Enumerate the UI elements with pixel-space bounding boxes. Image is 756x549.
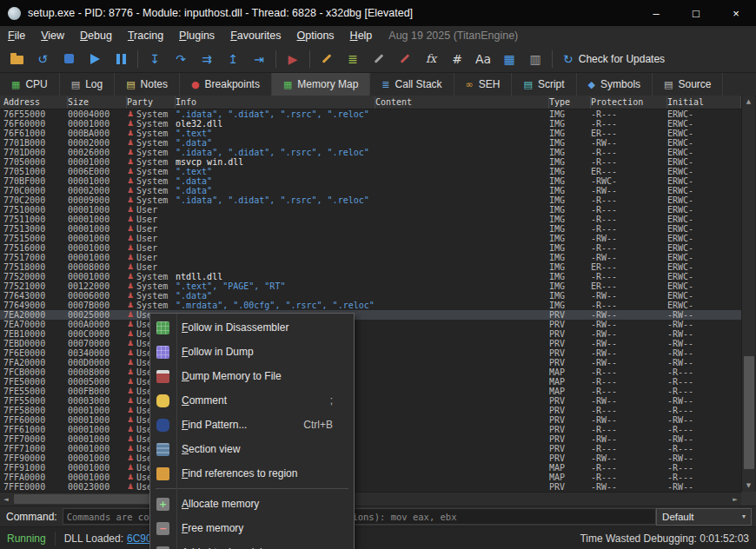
preferences-button[interactable]: ≣ (340, 48, 366, 70)
memory-row-7FF61000[interactable]: 7FF6100000001000♟UserPRV-R----R--- (0, 425, 741, 434)
execute-till-return-button[interactable]: ⇉ (194, 48, 220, 70)
context-item-section-view[interactable]: Section view (150, 437, 354, 461)
memory-row-7FF60000[interactable]: 7FF6000000001000♟UserPRV-RW---RW-- (0, 415, 741, 425)
stop-button[interactable] (56, 48, 82, 70)
tab-notes[interactable]: ▤Notes (115, 73, 180, 96)
appearance-button[interactable]: Aa (470, 48, 496, 70)
menu-tracing[interactable]: Tracing (120, 27, 171, 44)
patch-button[interactable] (366, 48, 392, 70)
scroll-up-arrow-icon[interactable]: ▲ (742, 96, 755, 108)
tab-symbols[interactable]: ◆Symbols (577, 73, 653, 96)
vertical-scrollbar[interactable]: ▲ ▼ (741, 96, 755, 492)
calculator-button[interactable]: ▦ (496, 48, 522, 70)
tab-call-stack[interactable]: ≣Call Stack (370, 73, 454, 96)
step-over-button[interactable]: ↷ (168, 48, 194, 70)
column-header-info[interactable]: Info (176, 96, 375, 109)
assemble-button[interactable] (314, 48, 340, 70)
memory-row-76F60000[interactable]: 76F6000000001000♟Systemole32.dllIMG-R---… (0, 119, 741, 129)
menu-options[interactable]: Options (289, 27, 342, 44)
open-file-button[interactable] (3, 48, 30, 70)
memory-row-7FF90000[interactable]: 7FF9000000001000♟UserPRV-RW---RW-- (0, 453, 741, 463)
run-to-user-code-button[interactable]: ⇥ (246, 48, 272, 70)
minimize-button[interactable]: – (636, 0, 676, 26)
menu-favourites[interactable]: Favourites (222, 27, 288, 44)
profile-dropdown[interactable]: Default ▾ (656, 508, 752, 526)
memory-row-76F55000[interactable]: 76F5500000004000♟System".idata", ".didat… (0, 109, 741, 119)
memory-row-7EB10000[interactable]: 7EB10000000C0000♟UserPRV-RW---RW-- (0, 329, 741, 339)
memory-row-7FF70000[interactable]: 7FF7000000001000♟UserPRV-RW---RW-- (0, 434, 741, 444)
context-item-allocate-memory[interactable]: +Allocate memory (150, 492, 354, 516)
memory-row-7FCB0000[interactable]: 7FCB000000008000♟UserMAP-R----R--- (0, 367, 741, 377)
memory-row-7FF55000[interactable]: 7FF5500000003000♟UserPRV-RW---RW-- (0, 396, 741, 406)
memory-row-7FF91000[interactable]: 7FF9100000001000♟UserMAP-R----R--- (0, 463, 741, 473)
memory-row-77517000[interactable]: 7751700000001000♟UserIMG-RW--ERWC- (0, 253, 741, 262)
memory-row-7FA20000[interactable]: 7FA20000000D0000♟UserPRV-RW---RW-- (0, 358, 741, 367)
menu-debug[interactable]: Debug (72, 27, 120, 44)
edit-comment-button[interactable] (392, 48, 418, 70)
context-item-dump-memory-to-file[interactable]: Dump Memory to File (150, 364, 354, 388)
memory-row-7FFA0000[interactable]: 7FFA000000001000♟UserMAP-R----R--- (0, 473, 741, 482)
memory-row-77516000[interactable]: 7751600000001000♟UserIMG-R---ERWC- (0, 243, 741, 253)
memory-row-7EA70000[interactable]: 7EA70000000A0000♟UserPRV-RW---RW-- (0, 320, 741, 329)
tab-breakpoints[interactable]: ●Breakpoints (180, 73, 272, 96)
scroll-down-arrow-icon[interactable]: ▼ (742, 480, 755, 492)
menu-view[interactable]: View (33, 27, 72, 44)
tab-cpu[interactable]: ▦CPU (0, 73, 60, 96)
tab-source[interactable]: ▤Source (653, 73, 723, 96)
memory-row-7FF58000[interactable]: 7FF5800000001000♟UserPRV-R----R--- (0, 406, 741, 415)
memory-row-770C2000[interactable]: 770C200000009000♟System".idata", ".didat… (0, 195, 741, 205)
restart-button[interactable]: ↺ (30, 48, 56, 70)
memory-row-77643000[interactable]: 7764300000006000♟System".data"IMG-RW--ER… (0, 291, 741, 301)
context-item-free-memory[interactable]: −Free memory (150, 516, 354, 540)
memory-row-77520000[interactable]: 7752000000001000♟Systemntdll.dllIMG-R---… (0, 272, 741, 281)
memory-module-button[interactable]: ▥ (522, 48, 548, 70)
animate-into-button[interactable]: ▶ (280, 48, 306, 70)
memory-row-7EA20000[interactable]: 7EA2000000025000♟UserPRV-RW---RW-- (0, 310, 741, 320)
memory-row-7701B000[interactable]: 7701B00000002000♟System".data"IMG-RW--ER… (0, 138, 741, 148)
memory-row-7FFE0000[interactable]: 7FFE000000023000♟UserPRV-RW---RW-- (0, 482, 741, 492)
vertical-scroll-thumb[interactable] (744, 356, 754, 469)
menu-help[interactable]: Help (342, 27, 381, 44)
memory-row-77649000[interactable]: 776490000007B000♟System".mrdata", ".00cf… (0, 301, 741, 310)
memory-row-770C0000[interactable]: 770C000000002000♟System".data"IMG-RW--ER… (0, 186, 741, 195)
memory-row-7701D000[interactable]: 7701D00000026000♟System".idata", ".didat… (0, 148, 741, 157)
tab-log[interactable]: ▤Log (60, 73, 115, 96)
context-item-find-pattern[interactable]: Find Pattern...Ctrl+B (150, 413, 354, 437)
memory-row-77518000[interactable]: 7751800000008000♟UserIMGER---ERWC- (0, 262, 741, 272)
memory-row-7EBD0000[interactable]: 7EBD000000070000♟UserPRV-RW---RW-- (0, 339, 741, 348)
memory-row-77513000[interactable]: 7751300000001000♟UserIMG-R---ERWC- (0, 224, 741, 234)
column-header-content[interactable]: Content (375, 96, 549, 109)
script-hash-button[interactable]: # (444, 48, 470, 70)
column-header-protection[interactable]: Protection (591, 96, 667, 109)
tab-memory-map[interactable]: ▦Memory Map (272, 73, 370, 96)
check-updates-button[interactable]: ↻ Check for Updates (556, 53, 672, 65)
column-header-party[interactable]: Party (127, 96, 176, 109)
scroll-left-arrow-icon[interactable]: ◄ (0, 493, 12, 506)
column-header-address[interactable]: Address (3, 96, 68, 109)
memory-row-7F6E0000[interactable]: 7F6E000000340000♟UserPRV-RW---RW-- (0, 348, 741, 358)
horizontal-scrollbar[interactable]: ◄ ► (0, 492, 741, 506)
memory-row-7FE55000[interactable]: 7FE55000000FB000♟UserMAP-R----R--- (0, 387, 741, 396)
maximize-button[interactable]: □ (676, 0, 716, 26)
menu-file[interactable]: File (0, 27, 33, 44)
column-header-size[interactable]: Size (68, 96, 127, 109)
memory-row-77515000[interactable]: 7751500000001000♟UserIMG-RW--ERWC- (0, 234, 741, 243)
tab-seh[interactable]: ∞SEH (454, 73, 513, 96)
context-item-follow-in-disassembler[interactable]: Follow in Disassembler (150, 315, 354, 340)
memory-row-77521000[interactable]: 7752100000122000♟System".text", "PAGE", … (0, 281, 741, 291)
memory-row-7FE50000[interactable]: 7FE5000000005000♟UserMAP-R----R--- (0, 377, 741, 387)
pause-button[interactable] (108, 48, 134, 70)
functions-button[interactable]: fx (418, 48, 444, 70)
context-item-comment[interactable]: Comment; (150, 388, 354, 413)
context-item-follow-in-dump[interactable]: Follow in Dump (150, 340, 354, 364)
step-into-button[interactable]: ↧ (142, 48, 168, 70)
column-header-type[interactable]: Type (549, 96, 591, 109)
scroll-right-arrow-icon[interactable]: ► (729, 493, 741, 506)
tab-script[interactable]: ▤Script (512, 73, 576, 96)
memory-row-77051000[interactable]: 770510000006E000♟System".text"IMGER---ER… (0, 167, 741, 176)
run-button[interactable] (82, 48, 108, 70)
step-out-button[interactable]: ↥ (220, 48, 246, 70)
menu-plugins[interactable]: Plugins (171, 27, 222, 44)
memory-row-77511000[interactable]: 7751100000001000♟UserIMG-R---ERWC- (0, 215, 741, 224)
context-item-find-references-to-region[interactable]: Find references to region (150, 461, 354, 486)
